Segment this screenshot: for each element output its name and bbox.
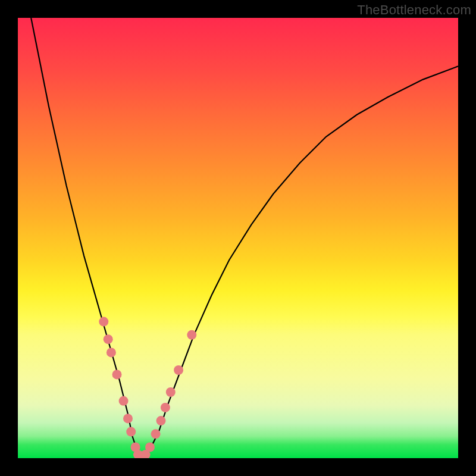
watermark-text: TheBottleneck.com (357, 2, 471, 18)
curve-marker (145, 443, 155, 452)
plot-area (18, 18, 458, 458)
chart-svg (18, 18, 458, 458)
curve-marker (104, 334, 113, 344)
curve-marker (174, 365, 183, 375)
curve-marker (156, 416, 166, 425)
curve-marker (126, 427, 136, 437)
curve-marker (112, 369, 122, 379)
curve-marker (151, 429, 161, 439)
curve-marker (187, 330, 196, 340)
curve-marker (119, 396, 129, 406)
chart-container: TheBottleneck.com (0, 0, 476, 476)
curve-marker (166, 387, 176, 397)
curve-markers (99, 317, 196, 458)
curve-marker (161, 403, 170, 412)
bottleneck-curve (31, 18, 458, 458)
curve-marker (99, 317, 108, 327)
curve-marker (107, 347, 116, 357)
curve-marker (123, 414, 133, 423)
